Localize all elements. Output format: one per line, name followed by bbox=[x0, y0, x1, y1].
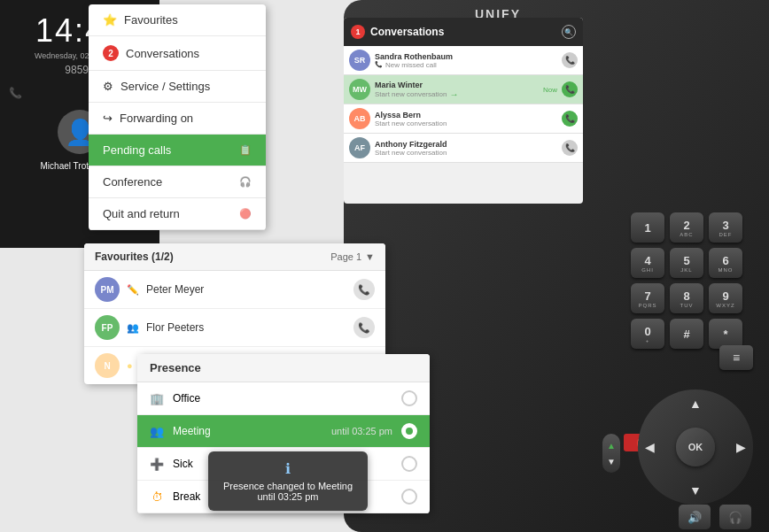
presence-row-office[interactable]: 🏢 Office bbox=[137, 382, 430, 415]
nav-ring: OK ▲ ▼ ◀ ▶ bbox=[638, 389, 753, 505]
tooltip-text: Presence changed to Meeting until 03:25 … bbox=[223, 481, 353, 502]
contact-avatar-1: MW bbox=[349, 79, 370, 100]
menu-label-quit: Quit and return bbox=[103, 207, 180, 220]
menu-item-quit[interactable]: Quit and return 🔴 bbox=[89, 198, 266, 230]
screen-badge: 1 bbox=[351, 25, 365, 39]
meeting-until: until 03:25 pm bbox=[331, 426, 392, 436]
contact-info-3: Anthony Fitzgerald Start new conversatio… bbox=[375, 140, 557, 157]
contact-row-1[interactable]: MW Maria Winter Start new conversation →… bbox=[344, 75, 583, 104]
contact-info-1: Maria Winter Start new conversation → bbox=[375, 81, 539, 99]
menu-item-favourites[interactable]: ⭐ Favourites bbox=[89, 4, 266, 36]
presence-header: Presence bbox=[137, 354, 430, 382]
presence-tooltip: Presence changed to Meeting until 03:25 … bbox=[208, 451, 368, 511]
key-5[interactable]: 5JKL bbox=[670, 248, 703, 278]
nav-up-button[interactable]: ▲ bbox=[689, 397, 702, 411]
headset-button[interactable]: 🎧 bbox=[719, 505, 751, 529]
favourites-header: Favourites (1/2) Page 1 ▼ bbox=[84, 243, 385, 271]
contact-info-0: Sandra Rothenbaum 📞 New missed call bbox=[375, 52, 557, 69]
contact-row-2[interactable]: AB Alyssa Bern Start new conversation 📞 bbox=[344, 104, 583, 134]
speaker-buttons: 🔊 🎧 bbox=[679, 505, 751, 529]
fav-row-0[interactable]: PM ✏️ Peter Meyer 📞 bbox=[84, 271, 385, 309]
key-3[interactable]: 3DEF bbox=[709, 212, 742, 243]
key-7[interactable]: 7PQRS bbox=[631, 283, 664, 313]
call-btn-1[interactable]: 📞 bbox=[562, 81, 578, 97]
key-*[interactable]: * bbox=[709, 319, 742, 349]
fav-name-0: Peter Meyer bbox=[146, 283, 346, 296]
yellow-dot-icon: ● bbox=[127, 360, 133, 371]
menu-label-settings: Service / Settings bbox=[120, 80, 210, 93]
menu-item-settings[interactable]: ⚙ Service / Settings bbox=[89, 71, 266, 103]
contact-sub-0: 📞 New missed call bbox=[375, 61, 557, 69]
conversations-badge: 2 bbox=[103, 45, 119, 61]
phone-screen: 1 Conversations 🔍 SR Sandra Rothenbaum 📞… bbox=[344, 18, 583, 204]
key-6[interactable]: 6MNO bbox=[709, 248, 742, 278]
key-8[interactable]: 8TUV bbox=[670, 283, 703, 313]
nav-left-button[interactable]: ◀ bbox=[645, 440, 655, 454]
contact-avatar-0: SR bbox=[349, 50, 370, 71]
call-icon: 📞 bbox=[9, 87, 22, 99]
group-icon: 👥 bbox=[127, 322, 139, 334]
presence-row-meeting[interactable]: 👥 Meeting until 03:25 pm bbox=[137, 415, 430, 448]
menu-label-forwarding: Forwarding on bbox=[120, 112, 193, 125]
pencil-icon: ✏️ bbox=[127, 284, 139, 296]
fav-call-1[interactable]: 📞 bbox=[353, 317, 375, 338]
ok-button[interactable]: OK bbox=[676, 428, 715, 466]
missed-call-icon: 📞 bbox=[375, 61, 383, 68]
contact-avatar-3: AF bbox=[349, 137, 370, 158]
volume-button[interactable]: ▲ ▼ bbox=[602, 434, 620, 473]
nav-down-button[interactable]: ▼ bbox=[689, 483, 702, 497]
contact-row-0[interactable]: SR Sandra Rothenbaum 📞 New missed call 📞 bbox=[344, 46, 583, 75]
page-label: Page 1 bbox=[330, 251, 361, 262]
key-4[interactable]: 4GHI bbox=[631, 248, 664, 278]
contact-info-2: Alyssa Bern Start new conversation bbox=[375, 111, 557, 127]
chevron-down-icon: ▼ bbox=[365, 251, 375, 262]
menu-item-forwarding[interactable]: ↪ Forwarding on bbox=[89, 103, 266, 135]
presence-radio-sick[interactable] bbox=[401, 456, 417, 472]
fav-avatar-0: PM bbox=[95, 277, 120, 302]
office-icon: 🏢 bbox=[150, 392, 164, 405]
key-1[interactable]: 1 bbox=[631, 212, 664, 243]
call-btn-3[interactable]: 📞 bbox=[562, 140, 578, 156]
fav-call-0[interactable]: 📞 bbox=[353, 279, 375, 300]
presence-label-office: Office bbox=[173, 392, 392, 405]
key-2[interactable]: 2ABC bbox=[670, 212, 703, 243]
fav-row-1[interactable]: FP 👥 Flor Peeters 📞 bbox=[84, 309, 385, 347]
quit-icon: 🔴 bbox=[239, 208, 252, 220]
contact-sub-3: Start new conversation bbox=[375, 149, 557, 157]
presence-radio-meeting[interactable] bbox=[401, 423, 417, 439]
fav-name-1: Flor Peeters bbox=[146, 321, 346, 334]
contact-name-3: Anthony Fitzgerald bbox=[375, 140, 557, 149]
menu-button[interactable]: ≡ bbox=[719, 345, 753, 370]
menu-item-pending[interactable]: Pending calls 📋 bbox=[89, 135, 266, 166]
speaker-button[interactable]: 🔊 bbox=[679, 505, 711, 529]
presence-radio-office[interactable] bbox=[401, 390, 417, 406]
menu-label-conversations: Conversations bbox=[126, 47, 199, 60]
volume-up-icon: ▲ bbox=[607, 441, 616, 451]
pending-icon: 📋 bbox=[239, 144, 252, 156]
call-btn-0[interactable]: 📞 bbox=[562, 52, 578, 68]
key-0[interactable]: 0+ bbox=[631, 319, 664, 349]
action-buttons: ≡ bbox=[719, 345, 753, 370]
key-9[interactable]: 9WXYZ bbox=[709, 283, 742, 313]
presence-label-meeting: Meeting bbox=[173, 425, 322, 437]
search-icon[interactable]: 🔍 bbox=[562, 25, 576, 39]
contact-sub-1: Start new conversation → bbox=[375, 89, 539, 99]
menu-item-conversations[interactable]: 2 Conversations bbox=[89, 36, 266, 71]
favourites-title: Favourites (1/2) bbox=[95, 251, 174, 263]
conference-icon: 🎧 bbox=[239, 176, 252, 188]
contact-row-3[interactable]: AF Anthony Fitzgerald Start new conversa… bbox=[344, 134, 583, 163]
presence-radio-break[interactable] bbox=[401, 489, 417, 505]
menu-item-conference[interactable]: Conference 🎧 bbox=[89, 166, 266, 198]
menu-label-conference: Conference bbox=[103, 175, 162, 189]
menu-label-pending: Pending calls bbox=[103, 143, 171, 157]
nav-right-button[interactable]: ▶ bbox=[736, 440, 746, 454]
contact-name-1: Maria Winter bbox=[375, 81, 539, 89]
fav-avatar-2: N bbox=[95, 353, 120, 378]
favourites-page[interactable]: Page 1 ▼ bbox=[330, 251, 375, 262]
call-btn-2[interactable]: 📞 bbox=[562, 111, 578, 127]
main-menu: ⭐ Favourites 2 Conversations ⚙ Service /… bbox=[89, 4, 266, 230]
contact-avatar-2: AB bbox=[349, 108, 370, 129]
key-#[interactable]: # bbox=[670, 319, 703, 349]
navigation-cluster: OK ▲ ▼ ◀ ▶ bbox=[638, 389, 753, 505]
screen-title: Conversations bbox=[370, 26, 556, 38]
